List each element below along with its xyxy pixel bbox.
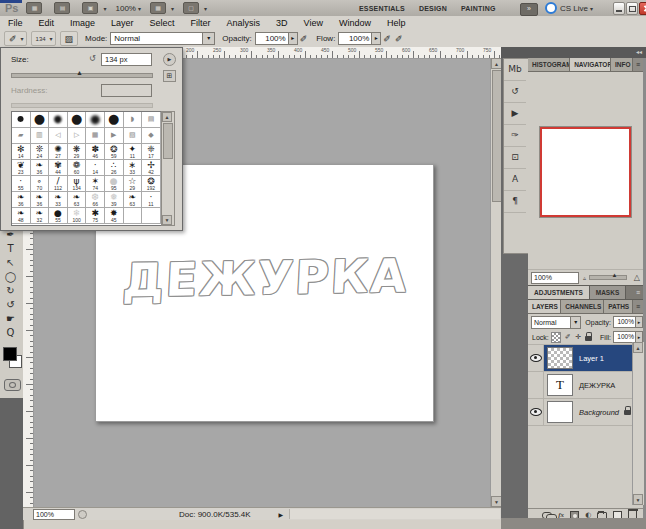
- type-layer-thumbnail[interactable]: T: [547, 374, 573, 396]
- layer-list-empty-area[interactable]: [528, 426, 643, 508]
- tool-preset-picker[interactable]: ✐ ▾: [4, 31, 27, 46]
- brush-preset[interactable]: ✸45: [105, 208, 124, 224]
- menu-layer[interactable]: Layer: [103, 18, 142, 28]
- brush-preset-picker-button[interactable]: 134 ▾: [31, 31, 56, 46]
- minimize-button[interactable]: [613, 2, 625, 15]
- arrange-documents-button[interactable]: ▦ ▾: [150, 2, 174, 14]
- brush-preset[interactable]: ▶: [105, 128, 124, 144]
- brush-preset[interactable]: ▥: [31, 128, 50, 144]
- brush-preset[interactable]: ●: [12, 112, 31, 128]
- view-extras-button[interactable]: ▣ ▾: [82, 2, 106, 14]
- brush-preset[interactable]: ❂59: [105, 144, 124, 160]
- layer-row-layer1[interactable]: Layer 1: [528, 345, 643, 372]
- toggle-brush-panel-button[interactable]: ▨: [60, 31, 79, 46]
- brush-preset[interactable]: ❄100: [68, 208, 87, 224]
- workspace-overflow-button[interactable]: »: [520, 3, 538, 16]
- tablet-opacity-icon[interactable]: ✐: [298, 34, 310, 44]
- brush-preset[interactable]: ✾44: [49, 160, 68, 176]
- brush-preset[interactable]: [142, 208, 161, 224]
- brush-size-slider[interactable]: ▲: [11, 73, 153, 78]
- brush-preset[interactable]: ◗: [124, 112, 143, 128]
- tool-presets-panel-icon[interactable]: ✑: [504, 125, 526, 147]
- panel-menu-icon[interactable]: ≡: [633, 58, 643, 71]
- brush-preset[interactable]: ●: [31, 112, 50, 128]
- zoom-out-icon[interactable]: ▵: [583, 274, 586, 281]
- panel-menu-button[interactable]: ▶: [163, 53, 176, 66]
- brush-preset[interactable]: ▰: [12, 128, 31, 144]
- brush-preset[interactable]: ✶74: [86, 176, 105, 192]
- brush-preset[interactable]: ●: [49, 112, 68, 128]
- brush-preset[interactable]: ✱75: [86, 208, 105, 224]
- layer-blend-mode-select[interactable]: Normal ▾: [531, 316, 581, 329]
- layer-thumbnail[interactable]: [547, 347, 573, 369]
- brush-size-input[interactable]: 134 px: [101, 53, 152, 66]
- brush-preset[interactable]: ❧48: [12, 208, 31, 224]
- tablet-size-icon[interactable]: ✐: [393, 34, 405, 44]
- launch-mini-bridge-button[interactable]: ▤: [54, 2, 73, 14]
- brush-preset[interactable]: ●: [68, 112, 87, 128]
- flow-input[interactable]: 100%: [338, 32, 372, 45]
- zoom-tool[interactable]: Q: [0, 326, 21, 340]
- spinner-arrow-icon[interactable]: ▸: [636, 316, 643, 328]
- flow-slider-arrow-icon[interactable]: ▸: [372, 32, 381, 45]
- brush-preset[interactable]: ✺27: [49, 144, 68, 160]
- screen-mode-button[interactable]: ▢ ▾: [183, 2, 207, 14]
- airbrush-toggle-icon[interactable]: ✐: [381, 34, 393, 44]
- workspace-painting[interactable]: PAINTING: [454, 3, 503, 14]
- cs-live-button[interactable]: CS Live ▾: [545, 2, 593, 14]
- brush-preset[interactable]: ❋29: [68, 144, 87, 160]
- brush-preset[interactable]: ✽46: [86, 144, 105, 160]
- navigator-zoom-slider[interactable]: ▲: [589, 275, 627, 280]
- brush-preset[interactable]: ❧33: [49, 192, 68, 208]
- brush-preset[interactable]: ▷: [68, 128, 87, 144]
- foreground-color-swatch[interactable]: [3, 347, 17, 361]
- menu-file[interactable]: File: [0, 18, 31, 28]
- menu-filter[interactable]: Filter: [183, 18, 219, 28]
- brush-preset[interactable]: ✢42: [142, 160, 161, 176]
- scroll-down-icon[interactable]: ▼: [162, 215, 172, 225]
- tab-navigator[interactable]: NAVIGATOR: [570, 58, 611, 71]
- hand-tool[interactable]: ☛: [0, 312, 21, 326]
- visibility-toggle[interactable]: [528, 345, 544, 371]
- brush-grid-scrollbar[interactable]: ▲ ▼: [161, 111, 175, 226]
- layer-row-background[interactable]: Background: [528, 399, 643, 426]
- actions-panel-icon[interactable]: ▶: [504, 103, 526, 125]
- tab-adjustments[interactable]: ADJUSTMENTS: [528, 286, 590, 299]
- brush-preset[interactable]: ✻14: [12, 144, 31, 160]
- brush-preset[interactable]: ●55: [49, 208, 68, 224]
- quick-mask-button[interactable]: [4, 379, 21, 391]
- layer-row-text[interactable]: T ДЕЖУРКА: [528, 372, 643, 399]
- brush-preset[interactable]: ☆29: [124, 176, 143, 192]
- tab-layers[interactable]: LAYERS: [528, 300, 561, 313]
- lock-image-pixels-icon[interactable]: ✐: [563, 333, 572, 342]
- scroll-up-icon[interactable]: ▲: [162, 112, 172, 122]
- layer-name[interactable]: Background: [579, 408, 619, 417]
- launch-bridge-button[interactable]: ▦: [26, 2, 45, 14]
- brush-preset[interactable]: ◁: [49, 128, 68, 144]
- visibility-toggle[interactable]: [528, 399, 544, 425]
- tab-histogram[interactable]: HISTOGRAM: [528, 58, 570, 71]
- status-menu-arrow-icon[interactable]: ▶: [279, 511, 284, 518]
- brush-preset[interactable]: ·14: [86, 160, 105, 176]
- visibility-toggle[interactable]: [528, 372, 544, 398]
- mini-bridge-panel-icon[interactable]: Mb: [504, 59, 526, 81]
- history-panel-icon[interactable]: ↺: [504, 81, 526, 103]
- menu-window[interactable]: Window: [331, 18, 379, 28]
- restore-button[interactable]: [626, 2, 638, 15]
- brush-preset[interactable]: ∘70: [31, 176, 50, 192]
- blend-mode-select[interactable]: Normal ▾: [110, 32, 215, 45]
- panel-menu-icon[interactable]: ≡: [633, 300, 643, 313]
- layers-scrollbar[interactable]: ▲ ▼: [632, 342, 644, 505]
- lock-position-icon[interactable]: ✛: [574, 333, 583, 342]
- brush-preset[interactable]: ❈17: [142, 144, 161, 160]
- layer-name[interactable]: Layer 1: [579, 354, 604, 363]
- workspace-essentials[interactable]: ESSENTIALS: [352, 3, 412, 14]
- brush-preset[interactable]: /112: [49, 176, 68, 192]
- opacity-input[interactable]: 100%: [255, 32, 289, 45]
- brush-preset[interactable]: ●: [86, 112, 105, 128]
- scroll-down-icon[interactable]: ▼: [633, 494, 643, 505]
- 3d-rotate-tool[interactable]: ↻: [0, 284, 21, 298]
- reset-size-icon[interactable]: ↺: [89, 54, 96, 63]
- brush-preset[interactable]: ❧36: [31, 192, 50, 208]
- brush-preset[interactable]: ·55: [12, 176, 31, 192]
